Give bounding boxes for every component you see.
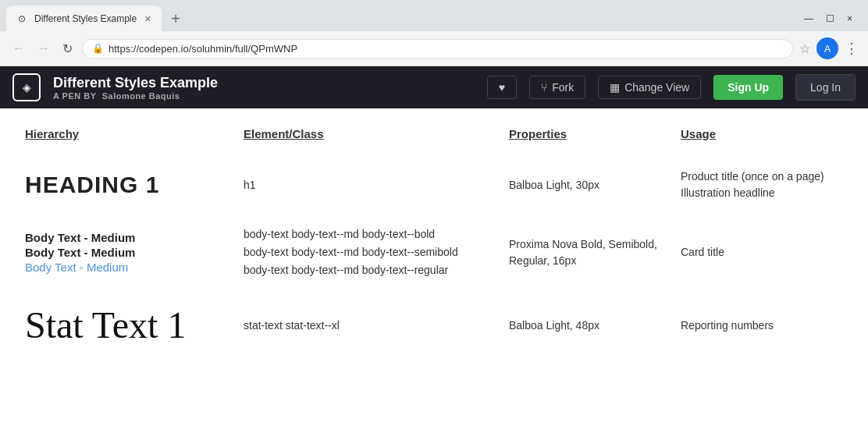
heading1-properties-text: Balboa Light, 30px bbox=[509, 177, 599, 193]
tab-favicon: ⊙ bbox=[16, 12, 28, 25]
heading1-usage-cell: Product title (once on a page) Illustrat… bbox=[681, 153, 843, 217]
col-header-hierarchy: Hierarchy bbox=[25, 127, 244, 153]
stattext-element-cell: stat-text stat-text--xl bbox=[244, 288, 509, 363]
forward-button[interactable]: → bbox=[34, 38, 53, 59]
bodytext-element-semibold: body-text body-text--md body-text--semib… bbox=[244, 244, 458, 261]
like-button[interactable]: ♥ bbox=[487, 76, 517, 99]
heading1-properties-cell: Balboa Light, 30px bbox=[509, 153, 681, 217]
codepen-logo: ◈ bbox=[12, 73, 41, 101]
changeview-label: Change View bbox=[624, 81, 689, 94]
stattext-element-text: stat-text stat-text--xl bbox=[244, 318, 340, 334]
codepen-header: ◈ Different Styles Example A PEN BY Salo… bbox=[0, 66, 868, 108]
stattext-usage-text: Reporting numbers bbox=[681, 318, 774, 334]
back-button[interactable]: ← bbox=[9, 38, 28, 59]
col-header-properties: Properties bbox=[509, 127, 681, 153]
signup-button[interactable]: Sign Up bbox=[713, 75, 783, 100]
pen-title: Different Styles Example bbox=[53, 75, 218, 91]
styles-table: Hierarchy Element/Class Properties Usage… bbox=[25, 127, 843, 363]
pen-subtitle-prefix: A PEN BY bbox=[53, 91, 97, 101]
bookmark-button[interactable]: ☆ bbox=[799, 41, 810, 56]
tab-close-button[interactable]: × bbox=[143, 11, 152, 27]
fork-icon: ⑂ bbox=[541, 81, 547, 94]
col-header-usage: Usage bbox=[681, 127, 843, 153]
stattext-hierarchy-cell: Stat Text 1 bbox=[25, 288, 244, 363]
active-tab[interactable]: ⊙ Different Styles Example × bbox=[6, 5, 162, 32]
heading1-element-text: h1 bbox=[244, 177, 256, 193]
pen-subtitle: A PEN BY Salomone Baquis bbox=[53, 91, 218, 101]
bodytext-properties-text: Proxima Nova Bold, Semibold, Regular, 16… bbox=[509, 236, 668, 269]
lock-icon: 🔒 bbox=[92, 43, 104, 54]
url-box[interactable]: 🔒 https://codepen.io/soluhmin/full/QPmWN… bbox=[82, 39, 793, 59]
stattext-text: Stat Text 1 bbox=[25, 294, 186, 357]
url-text: https://codepen.io/soluhmin/full/QPmWNP bbox=[108, 43, 783, 55]
bodytext-element-regular: body-text body-text--md body-text--regul… bbox=[244, 262, 448, 278]
codepen-title-area: Different Styles Example A PEN BY Salomo… bbox=[53, 75, 218, 101]
bodytext-properties-cell: Proxima Nova Bold, Semibold, Regular, 16… bbox=[509, 217, 681, 288]
pen-author: Salomone Baquis bbox=[102, 91, 180, 101]
bodytext-usage-cell: Card title bbox=[681, 217, 843, 288]
tab-title-text: Different Styles Example bbox=[34, 13, 137, 24]
new-tab-button[interactable]: + bbox=[165, 7, 187, 31]
heading1-element-cell: h1 bbox=[244, 153, 509, 217]
stattext-properties-text: Balboa Light, 48px bbox=[509, 318, 599, 334]
bodytext-regular-label: Body Text - Medium bbox=[25, 261, 128, 274]
fork-label: Fork bbox=[552, 81, 574, 94]
address-bar: ← → ↻ 🔒 https://codepen.io/soluhmin/full… bbox=[0, 31, 868, 66]
browser-chrome: ⊙ Different Styles Example × + — ☐ × ← →… bbox=[0, 0, 868, 66]
login-button[interactable]: Log In bbox=[795, 74, 856, 101]
bodytext-element-cell: body-text body-text--md body-text--bold … bbox=[244, 217, 509, 288]
heading1-hierarchy-cell: HEADING 1 bbox=[25, 153, 244, 217]
change-view-button[interactable]: ▦ Change View bbox=[598, 76, 701, 99]
profile-button[interactable]: A bbox=[816, 37, 838, 59]
heading1-text: HEADING 1 bbox=[25, 172, 159, 198]
minimize-button[interactable]: — bbox=[804, 13, 813, 24]
bodytext-element-bold: body-text body-text--md body-text--bold bbox=[244, 226, 435, 243]
window-controls: — ☐ × bbox=[804, 13, 862, 24]
bodytext-semibold-label: Body Text - Medium bbox=[25, 246, 135, 259]
tab-bar: ⊙ Different Styles Example × + — ☐ × bbox=[0, 0, 868, 31]
restore-button[interactable]: ☐ bbox=[826, 13, 834, 24]
stattext-usage-cell: Reporting numbers bbox=[681, 288, 843, 363]
main-content: Hierarchy Element/Class Properties Usage… bbox=[0, 108, 868, 381]
like-icon: ♥ bbox=[499, 81, 505, 94]
bodytext-bold-label: Body Text - Medium bbox=[25, 231, 135, 244]
heading1-usage-text: Product title (once on a page) Illustrat… bbox=[681, 169, 824, 201]
browser-menu-button[interactable]: ⋮ bbox=[845, 40, 859, 57]
bodytext-usage-text: Card title bbox=[681, 244, 724, 261]
bodytext-hierarchy-cell: Body Text - Medium Body Text - Medium Bo… bbox=[25, 217, 244, 288]
stattext-properties-cell: Balboa Light, 48px bbox=[509, 288, 681, 363]
fork-button[interactable]: ⑂ Fork bbox=[529, 76, 585, 99]
col-header-element: Element/Class bbox=[244, 127, 509, 153]
changeview-icon: ▦ bbox=[610, 81, 620, 94]
refresh-button[interactable]: ↻ bbox=[59, 38, 76, 59]
close-button[interactable]: × bbox=[847, 13, 852, 24]
